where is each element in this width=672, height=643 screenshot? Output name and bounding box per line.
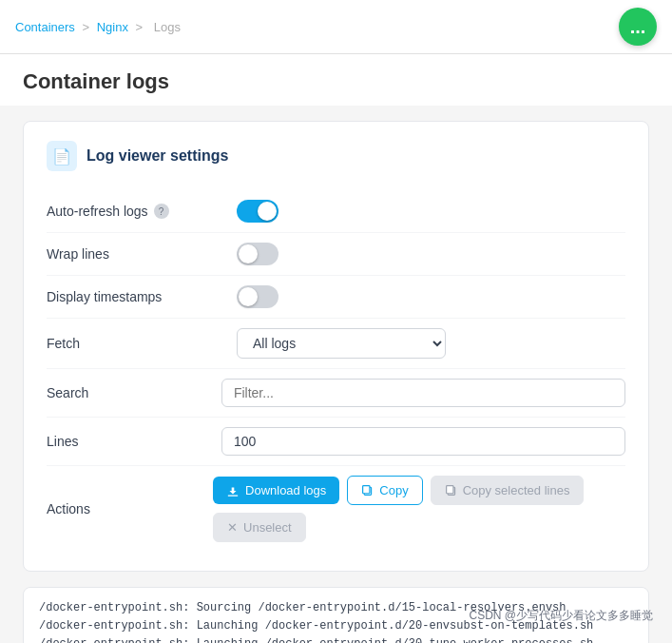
fetch-select[interactable]: All logs Last 100 lines Last 500 lines L… bbox=[237, 328, 446, 359]
display-timestamps-label: Display timestamps bbox=[47, 289, 237, 304]
breadcrumb-current: Logs bbox=[154, 20, 181, 34]
log-line: /docker-entrypoint.sh: Launching /docker… bbox=[39, 617, 633, 635]
auto-refresh-row: Auto-refresh logs ? bbox=[47, 190, 625, 233]
search-input[interactable] bbox=[221, 379, 625, 407]
log-line: /docker-entrypoint.sh: Launching /docker… bbox=[39, 635, 633, 643]
display-timestamps-row: Display timestamps bbox=[47, 276, 625, 319]
lines-row: Lines bbox=[47, 418, 625, 466]
top-bar: Containers > Nginx > Logs ... bbox=[0, 0, 672, 54]
search-row: Search bbox=[47, 369, 625, 418]
breadcrumb-containers[interactable]: Containers bbox=[15, 20, 75, 34]
download-icon bbox=[226, 484, 240, 497]
breadcrumb-nginx[interactable]: Nginx bbox=[97, 20, 128, 34]
log-line: /docker-entrypoint.sh: Sourcing /docker-… bbox=[39, 599, 633, 617]
wrap-lines-row: Wrap lines bbox=[47, 233, 625, 276]
copy-icon bbox=[361, 484, 374, 497]
settings-header: 📄 Log viewer settings bbox=[47, 141, 625, 171]
copy-selected-icon bbox=[445, 484, 457, 497]
svg-rect-4 bbox=[446, 486, 452, 494]
settings-card: 📄 Log viewer settings Auto-refresh logs … bbox=[23, 121, 649, 572]
page-title: Container logs bbox=[0, 54, 672, 106]
actions-buttons: Download logs Copy Copy selected lines bbox=[213, 476, 625, 542]
lines-input[interactable] bbox=[221, 427, 625, 456]
lines-label: Lines bbox=[47, 434, 221, 449]
auto-refresh-help-icon[interactable]: ? bbox=[154, 204, 169, 219]
copy-selected-button[interactable]: Copy selected lines bbox=[431, 476, 585, 505]
settings-title: Log viewer settings bbox=[86, 147, 228, 165]
fetch-row: Fetch All logs Last 100 lines Last 500 l… bbox=[47, 319, 625, 369]
svg-rect-2 bbox=[363, 486, 370, 494]
auto-refresh-label: Auto-refresh logs ? bbox=[47, 204, 237, 219]
breadcrumb: Containers > Nginx > Logs bbox=[15, 20, 184, 34]
actions-row-container: Actions Download logs Copy bbox=[47, 466, 625, 552]
log-area[interactable]: /docker-entrypoint.sh: Sourcing /docker-… bbox=[23, 587, 649, 643]
download-logs-button[interactable]: Download logs bbox=[213, 477, 339, 504]
auto-refresh-toggle[interactable] bbox=[237, 200, 278, 223]
more-options-button[interactable]: ... bbox=[619, 8, 657, 46]
fetch-label: Fetch bbox=[47, 336, 237, 351]
svg-rect-0 bbox=[228, 495, 239, 496]
log-viewer-icon: 📄 bbox=[47, 141, 77, 171]
wrap-lines-toggle[interactable] bbox=[237, 243, 278, 265]
copy-button[interactable]: Copy bbox=[347, 476, 422, 505]
display-timestamps-toggle[interactable] bbox=[237, 285, 278, 308]
unselect-button[interactable]: ✕ Unselect bbox=[213, 513, 306, 542]
actions-label: Actions bbox=[47, 501, 213, 516]
main-content: 📄 Log viewer settings Auto-refresh logs … bbox=[0, 106, 672, 643]
search-label: Search bbox=[47, 385, 221, 400]
wrap-lines-label: Wrap lines bbox=[47, 246, 237, 262]
